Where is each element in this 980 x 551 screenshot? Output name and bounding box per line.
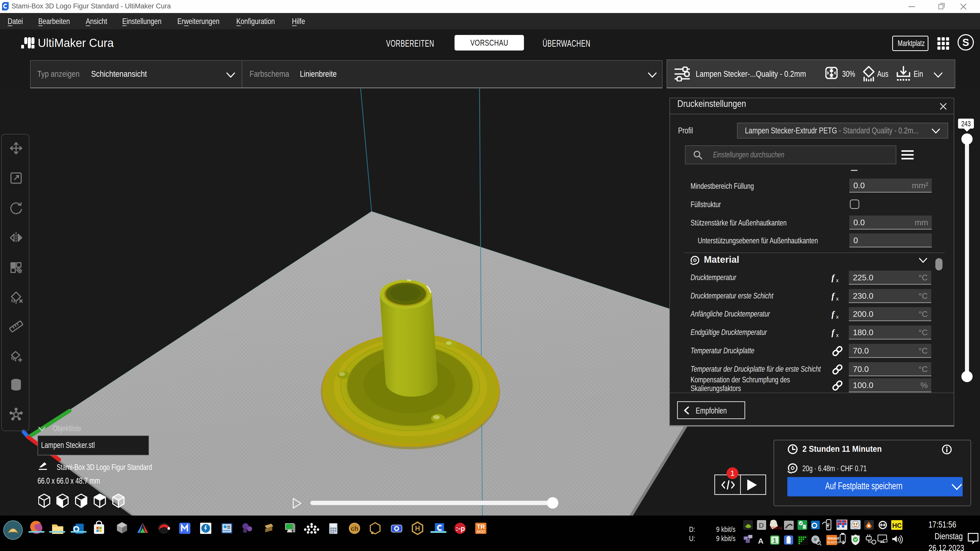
- svg-text:f: f: [832, 310, 835, 319]
- svg-text::-p: :-p: [456, 524, 465, 532]
- svg-text:Sound: Sound: [827, 536, 839, 540]
- svg-text:D: D: [759, 521, 764, 529]
- svg-text:ch: ch: [351, 525, 358, 532]
- svg-text:f: f: [832, 328, 835, 337]
- svg-text:BLASTER: BLASTER: [827, 541, 840, 544]
- svg-text:f: f: [832, 292, 835, 301]
- svg-text:1: 1: [773, 537, 776, 545]
- svg-text:MOD: MOD: [477, 530, 485, 534]
- svg-text:x: x: [836, 296, 838, 301]
- svg-text:A: A: [758, 537, 764, 545]
- svg-text:x: x: [836, 314, 838, 319]
- svg-text:PDF24: PDF24: [770, 526, 782, 530]
- svg-text:x: x: [836, 278, 838, 283]
- svg-text:?: ?: [827, 522, 830, 528]
- svg-text:HC: HC: [892, 522, 902, 529]
- svg-text:x: x: [836, 332, 838, 338]
- svg-text:TR: TR: [477, 523, 485, 530]
- svg-text:f: f: [832, 273, 835, 283]
